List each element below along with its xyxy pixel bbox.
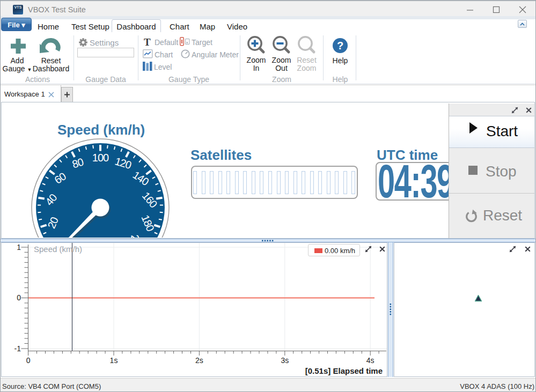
svg-text:100: 100 [92,152,109,164]
svg-text:2s: 2s [195,356,203,365]
svg-text:1: 1 [17,243,21,252]
svg-text:?: ? [337,40,343,51]
svg-text:-1: -1 [14,344,21,353]
svg-text:0: 0 [26,356,31,365]
svg-text:3s: 3s [281,356,289,365]
svg-text:0: 0 [17,293,21,302]
svg-text:1s: 1s [110,356,118,365]
svg-text:4s: 4s [366,356,375,365]
